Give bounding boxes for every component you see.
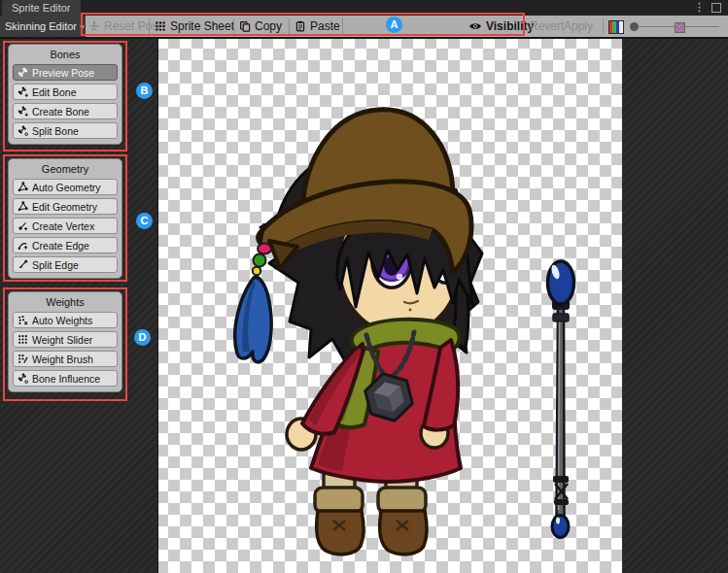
bones-panel: Bones Preview Pose Edit Bone Create Bone…	[8, 44, 122, 145]
paste-button[interactable]: Paste	[295, 16, 340, 37]
geometry-panel-title: Geometry	[13, 161, 118, 179]
toolbar-separator	[603, 18, 604, 34]
workspace: Bones Preview Pose Edit Bone Create Bone…	[0, 39, 728, 573]
checker-thumb-icon	[675, 22, 685, 33]
create-vertex-button[interactable]: Create Vertex	[13, 218, 118, 234]
toolbar-separator	[342, 18, 343, 34]
bone-plus-icon	[17, 106, 28, 117]
reset-pose-button[interactable]: Reset Pose	[88, 16, 164, 37]
restore-window-icon[interactable]	[711, 3, 721, 13]
copy-button[interactable]: Copy	[239, 16, 282, 37]
create-bone-button[interactable]: Create Bone	[13, 103, 118, 119]
window-titlebar: Sprite Editor ⋮	[0, 0, 728, 16]
callout-b: B	[136, 83, 153, 99]
callout-d: D	[134, 329, 151, 346]
geometry-icon	[17, 201, 28, 212]
split-bone-button[interactable]: Split Bone	[13, 122, 118, 139]
edit-bone-button[interactable]: Edit Bone	[13, 84, 118, 100]
weight-slider-icon	[17, 334, 28, 345]
staff-sprite[interactable]	[543, 254, 582, 546]
auto-weights-button[interactable]: Auto Weights	[13, 312, 118, 328]
auto-geometry-button[interactable]: Auto Geometry	[13, 179, 118, 195]
geometry-icon	[17, 182, 28, 192]
split-edge-icon	[17, 259, 28, 270]
sprite-canvas[interactable]	[157, 39, 622, 573]
weight-brush-button[interactable]: Weight Brush	[13, 351, 118, 367]
kebab-menu-icon[interactable]: ⋮	[694, 0, 705, 14]
edit-geometry-button[interactable]: Edit Geometry	[13, 198, 118, 215]
reset-pose-icon	[88, 20, 100, 32]
paste-icon	[295, 20, 306, 32]
eye-icon	[468, 21, 482, 31]
dropdown-arrow-icon: ▾	[80, 22, 85, 32]
bone-plus-icon	[17, 86, 28, 97]
geometry-panel: Geometry Auto Geometry Edit Geometry Cre…	[8, 158, 122, 279]
opacity-slider-knob[interactable]	[630, 22, 639, 31]
split-edge-button[interactable]: Split Edge	[13, 256, 118, 273]
weights-panel: Weights Auto Weights Weight Slider Weigh…	[8, 291, 122, 392]
bone-influence-icon	[17, 373, 28, 384]
vertex-plus-icon	[17, 220, 28, 231]
bone-icon	[17, 67, 28, 78]
weight-slider-button[interactable]: Weight Slider	[13, 331, 118, 348]
sprite-sheet-button[interactable]: Sprite Sheet	[155, 16, 234, 37]
toolbar-separator	[289, 18, 290, 34]
revert-button[interactable]: Revert	[530, 16, 564, 37]
bone-dot-icon	[17, 125, 28, 136]
color-swatch-icon[interactable]	[608, 20, 624, 34]
sprite-editor-window: Sprite Editor ⋮ Skinning Editor▾ Reset P…	[0, 0, 728, 573]
create-edge-button[interactable]: Create Edge	[13, 237, 118, 253]
callout-c: C	[136, 213, 153, 229]
sprite-editor-tab[interactable]: Sprite Editor	[2, 0, 81, 16]
weight-brush-icon	[17, 354, 28, 364]
toolbar-separator	[149, 18, 150, 34]
bones-panel-title: Bones	[13, 47, 118, 64]
module-dropdown[interactable]: Skinning Editor▾	[0, 16, 86, 37]
weights-panel-title: Weights	[13, 294, 118, 312]
auto-weights-icon	[17, 315, 28, 325]
character-sprite[interactable]	[217, 97, 499, 563]
sprite-sheet-icon	[155, 20, 166, 32]
preview-pose-button[interactable]: Preview Pose	[13, 64, 118, 81]
edge-plus-icon	[17, 240, 28, 251]
bone-influence-button[interactable]: Bone Influence	[13, 370, 118, 387]
skinning-toolbar: Skinning Editor▾ Reset Pose Sprite Sheet…	[0, 16, 728, 37]
visibility-button[interactable]: Visibility	[468, 16, 534, 37]
copy-icon	[239, 20, 251, 32]
toolbar-separator	[233, 18, 234, 34]
apply-button[interactable]: Apply	[564, 16, 593, 37]
